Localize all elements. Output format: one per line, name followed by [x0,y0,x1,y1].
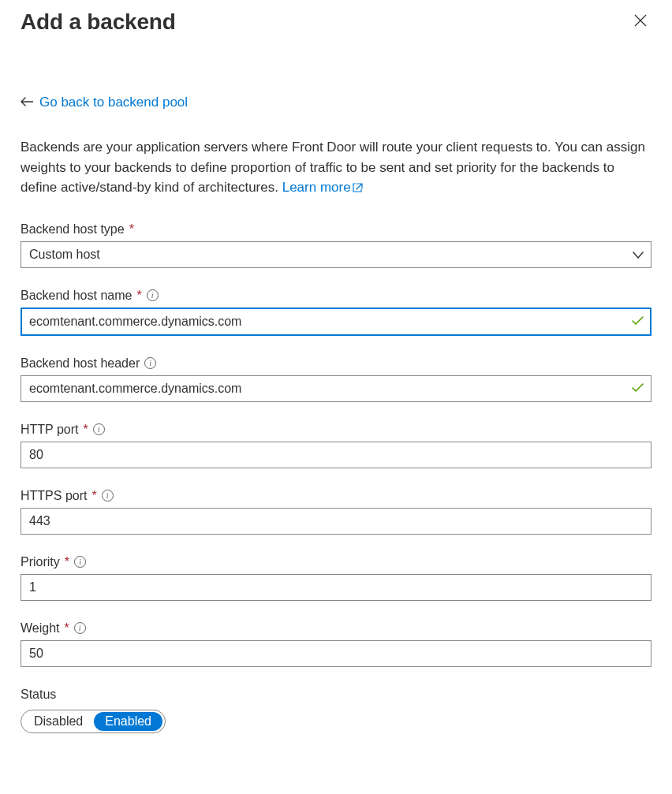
learn-more-link[interactable]: Learn more [282,180,363,195]
info-icon[interactable]: i [74,622,86,634]
input-wrap [21,442,651,468]
field-label: HTTPS port [21,489,87,503]
header-row: Add a backend [21,9,651,35]
field-backend-host-type: Backend host type * Custom host [21,222,651,268]
required-indicator: * [65,621,69,636]
back-link[interactable]: Go back to backend pool [39,95,188,110]
input-wrap [21,375,651,402]
field-http-port: HTTP port * i [21,423,651,468]
priority-input[interactable] [21,574,651,601]
backend-host-header-input[interactable] [21,375,651,402]
field-label-row: Status [21,688,651,702]
back-link-row: Go back to backend pool [21,95,651,110]
field-label-row: Backend host header i [21,356,651,371]
field-label-row: Weight * i [21,621,651,636]
learn-more-label: Learn more [282,180,351,195]
select-wrap: Custom host [21,241,651,268]
status-disabled-option[interactable]: Disabled [21,710,94,732]
required-indicator: * [65,555,69,569]
field-label-row: Priority * i [21,555,651,569]
input-wrap [21,308,651,336]
info-icon[interactable]: i [74,556,86,568]
required-indicator: * [91,489,96,503]
back-arrow-icon [21,95,33,110]
field-label: Weight [21,621,60,636]
field-priority: Priority * i [21,555,651,601]
field-label: Status [21,688,56,702]
field-backend-host-header: Backend host header i [21,356,651,402]
https-port-input[interactable] [21,508,651,535]
backend-host-name-input[interactable] [21,308,651,336]
page-title: Add a backend [21,9,176,35]
info-icon[interactable]: i [93,423,105,435]
info-icon[interactable]: i [144,357,156,369]
close-button[interactable] [629,9,651,32]
field-label-row: Backend host type * [21,222,651,237]
required-indicator: * [84,423,88,437]
status-enabled-option[interactable]: Enabled [94,712,162,731]
weight-input[interactable] [21,640,651,667]
description-text: Backends are your application servers wh… [21,137,651,199]
add-backend-pane: Add a backend Go back to backend pool Ba… [0,0,672,794]
field-label: Backend host type [21,222,125,237]
input-wrap [21,640,651,667]
field-label-row: HTTPS port * i [21,489,651,503]
field-weight: Weight * i [21,621,651,667]
status-toggle: Disabled Enabled [21,710,166,733]
input-wrap [21,574,651,601]
field-https-port: HTTPS port * i [21,489,651,535]
field-status: Status Disabled Enabled [21,688,651,733]
field-label-row: Backend host name * i [21,289,651,303]
field-label: Priority [21,555,60,569]
required-indicator: * [136,289,141,303]
external-link-icon [353,178,363,199]
info-icon[interactable]: i [147,289,159,301]
info-icon[interactable]: i [102,490,114,501]
field-label: Backend host header [21,356,140,371]
field-label-row: HTTP port * i [21,423,651,437]
field-label: HTTP port [21,423,79,437]
input-wrap [21,508,651,535]
backend-host-type-select[interactable]: Custom host [21,241,651,268]
field-backend-host-name: Backend host name * i [21,289,651,336]
http-port-input[interactable] [21,442,651,468]
field-label: Backend host name [21,289,132,303]
required-indicator: * [129,222,134,237]
